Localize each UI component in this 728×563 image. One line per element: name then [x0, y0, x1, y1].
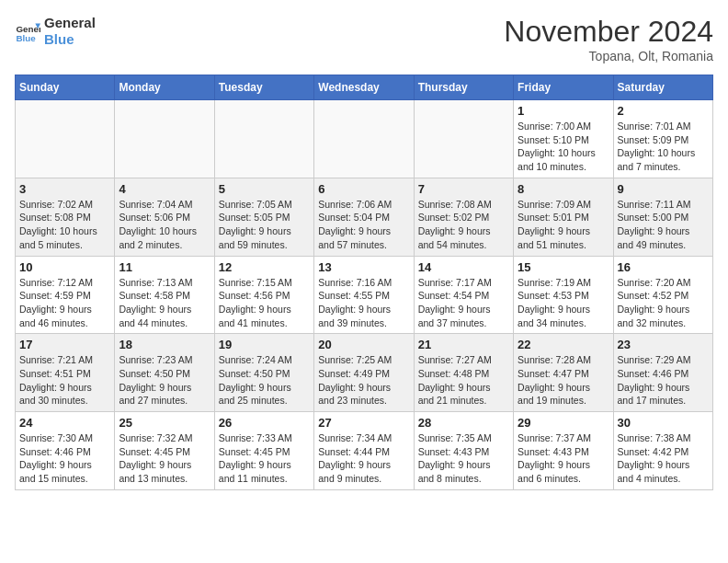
- logo-blue: Blue: [44, 31, 96, 48]
- column-header-wednesday: Wednesday: [314, 75, 414, 100]
- day-info: Sunrise: 7:05 AMSunset: 5:05 PMDaylight:…: [219, 198, 310, 252]
- header-row: SundayMondayTuesdayWednesdayThursdayFrid…: [16, 75, 713, 100]
- calendar-cell: 12Sunrise: 7:15 AMSunset: 4:56 PMDayligh…: [214, 256, 313, 334]
- svg-text:Blue: Blue: [16, 33, 36, 43]
- month-title: November 2024: [504, 15, 713, 49]
- day-info: Sunrise: 7:17 AMSunset: 4:54 PMDaylight:…: [418, 276, 509, 330]
- calendar-cell: 8Sunrise: 7:09 AMSunset: 5:01 PMDaylight…: [514, 178, 613, 256]
- day-info: Sunrise: 7:35 AMSunset: 4:43 PMDaylight:…: [418, 431, 509, 486]
- logo-icon: General Blue: [15, 18, 40, 44]
- day-number: 12: [219, 260, 310, 274]
- calendar-cell: 26Sunrise: 7:33 AMSunset: 4:45 PMDayligh…: [214, 412, 313, 490]
- day-number: 4: [119, 182, 210, 196]
- day-number: 9: [618, 182, 709, 196]
- calendar-cell: 14Sunrise: 7:17 AMSunset: 4:54 PMDayligh…: [414, 256, 513, 334]
- day-info: Sunrise: 7:33 AMSunset: 4:45 PMDaylight:…: [219, 431, 310, 486]
- logo-general: General: [44, 15, 96, 31]
- day-info: Sunrise: 7:23 AMSunset: 4:50 PMDaylight:…: [119, 353, 210, 408]
- column-header-friday: Friday: [514, 75, 613, 100]
- day-number: 11: [119, 260, 210, 274]
- day-number: 14: [418, 260, 509, 274]
- calendar-cell: 18Sunrise: 7:23 AMSunset: 4:50 PMDayligh…: [115, 334, 214, 412]
- calendar-cell: 6Sunrise: 7:06 AMSunset: 5:04 PMDaylight…: [314, 178, 414, 256]
- calendar-cell: 2Sunrise: 7:01 AMSunset: 5:09 PMDaylight…: [613, 100, 712, 178]
- calendar-cell: 1Sunrise: 7:00 AMSunset: 5:10 PMDaylight…: [514, 100, 613, 178]
- calendar-cell: 3Sunrise: 7:02 AMSunset: 5:08 PMDaylight…: [16, 178, 115, 256]
- day-number: 26: [219, 416, 310, 430]
- day-info: Sunrise: 7:37 AMSunset: 4:43 PMDaylight:…: [518, 431, 609, 486]
- calendar-cell: 11Sunrise: 7:13 AMSunset: 4:58 PMDayligh…: [115, 256, 214, 334]
- calendar-cell: 30Sunrise: 7:38 AMSunset: 4:42 PMDayligh…: [613, 412, 712, 490]
- column-header-tuesday: Tuesday: [214, 75, 313, 100]
- day-info: Sunrise: 7:15 AMSunset: 4:56 PMDaylight:…: [219, 276, 310, 330]
- calendar-cell: 24Sunrise: 7:30 AMSunset: 4:46 PMDayligh…: [16, 412, 115, 490]
- day-number: 21: [418, 338, 509, 351]
- calendar-cell: [16, 100, 115, 178]
- calendar-cell: 10Sunrise: 7:12 AMSunset: 4:59 PMDayligh…: [16, 256, 115, 334]
- column-header-sunday: Sunday: [16, 75, 115, 100]
- day-number: 17: [19, 338, 110, 351]
- day-number: 22: [518, 338, 609, 351]
- calendar-cell: 19Sunrise: 7:24 AMSunset: 4:50 PMDayligh…: [214, 334, 313, 412]
- week-row-4: 17Sunrise: 7:21 AMSunset: 4:51 PMDayligh…: [16, 334, 713, 412]
- day-number: 15: [518, 260, 609, 274]
- day-info: Sunrise: 7:16 AMSunset: 4:55 PMDaylight:…: [318, 276, 409, 330]
- day-number: 1: [518, 104, 609, 118]
- day-info: Sunrise: 7:11 AMSunset: 5:00 PMDaylight:…: [618, 198, 709, 252]
- week-row-1: 1Sunrise: 7:00 AMSunset: 5:10 PMDaylight…: [16, 100, 713, 178]
- day-number: 20: [318, 338, 409, 351]
- day-info: Sunrise: 7:28 AMSunset: 4:47 PMDaylight:…: [518, 353, 609, 408]
- day-info: Sunrise: 7:38 AMSunset: 4:42 PMDaylight:…: [618, 431, 709, 486]
- calendar-cell: 17Sunrise: 7:21 AMSunset: 4:51 PMDayligh…: [16, 334, 115, 412]
- location: Topana, Olt, Romania: [504, 49, 713, 63]
- day-number: 6: [318, 182, 409, 196]
- calendar-cell: 9Sunrise: 7:11 AMSunset: 5:00 PMDaylight…: [613, 178, 712, 256]
- day-info: Sunrise: 7:30 AMSunset: 4:46 PMDaylight:…: [19, 431, 110, 486]
- day-info: Sunrise: 7:04 AMSunset: 5:06 PMDaylight:…: [119, 198, 210, 252]
- day-number: 10: [19, 260, 110, 274]
- week-row-2: 3Sunrise: 7:02 AMSunset: 5:08 PMDaylight…: [16, 178, 713, 256]
- calendar-cell: 21Sunrise: 7:27 AMSunset: 4:48 PMDayligh…: [414, 334, 513, 412]
- day-info: Sunrise: 7:09 AMSunset: 5:01 PMDaylight:…: [518, 198, 609, 252]
- column-header-saturday: Saturday: [613, 75, 712, 100]
- calendar-cell: 25Sunrise: 7:32 AMSunset: 4:45 PMDayligh…: [115, 412, 214, 490]
- calendar-cell: 7Sunrise: 7:08 AMSunset: 5:02 PMDaylight…: [414, 178, 513, 256]
- day-number: 24: [19, 416, 110, 430]
- day-number: 23: [618, 338, 709, 351]
- column-header-monday: Monday: [115, 75, 214, 100]
- day-number: 5: [219, 182, 310, 196]
- day-info: Sunrise: 7:25 AMSunset: 4:49 PMDaylight:…: [318, 353, 409, 408]
- calendar-cell: 23Sunrise: 7:29 AMSunset: 4:46 PMDayligh…: [613, 334, 712, 412]
- logo: General Blue General Blue: [15, 15, 96, 48]
- day-info: Sunrise: 7:02 AMSunset: 5:08 PMDaylight:…: [19, 198, 110, 252]
- day-info: Sunrise: 7:12 AMSunset: 4:59 PMDaylight:…: [19, 276, 110, 330]
- day-number: 30: [618, 416, 709, 430]
- day-number: 3: [19, 182, 110, 196]
- day-info: Sunrise: 7:19 AMSunset: 4:53 PMDaylight:…: [518, 276, 609, 330]
- calendar-cell: [314, 100, 414, 178]
- calendar-cell: 28Sunrise: 7:35 AMSunset: 4:43 PMDayligh…: [414, 412, 513, 490]
- day-info: Sunrise: 7:00 AMSunset: 5:10 PMDaylight:…: [518, 120, 609, 174]
- calendar-cell: 22Sunrise: 7:28 AMSunset: 4:47 PMDayligh…: [514, 334, 613, 412]
- week-row-3: 10Sunrise: 7:12 AMSunset: 4:59 PMDayligh…: [16, 256, 713, 334]
- day-info: Sunrise: 7:06 AMSunset: 5:04 PMDaylight:…: [318, 198, 409, 252]
- title-area: November 2024 Topana, Olt, Romania: [504, 15, 713, 63]
- calendar-cell: 5Sunrise: 7:05 AMSunset: 5:05 PMDaylight…: [214, 178, 313, 256]
- calendar-table: SundayMondayTuesdayWednesdayThursdayFrid…: [15, 75, 713, 490]
- calendar-cell: 29Sunrise: 7:37 AMSunset: 4:43 PMDayligh…: [514, 412, 613, 490]
- column-header-thursday: Thursday: [414, 75, 513, 100]
- calendar-cell: [214, 100, 313, 178]
- day-number: 25: [119, 416, 210, 430]
- calendar-cell: 15Sunrise: 7:19 AMSunset: 4:53 PMDayligh…: [514, 256, 613, 334]
- calendar-cell: 27Sunrise: 7:34 AMSunset: 4:44 PMDayligh…: [314, 412, 414, 490]
- week-row-5: 24Sunrise: 7:30 AMSunset: 4:46 PMDayligh…: [16, 412, 713, 490]
- day-info: Sunrise: 7:21 AMSunset: 4:51 PMDaylight:…: [19, 353, 110, 408]
- calendar-cell: 20Sunrise: 7:25 AMSunset: 4:49 PMDayligh…: [314, 334, 414, 412]
- day-info: Sunrise: 7:29 AMSunset: 4:46 PMDaylight:…: [618, 353, 709, 408]
- day-number: 27: [318, 416, 409, 430]
- calendar-cell: [414, 100, 513, 178]
- day-number: 13: [318, 260, 409, 274]
- day-number: 29: [518, 416, 609, 430]
- day-info: Sunrise: 7:24 AMSunset: 4:50 PMDaylight:…: [219, 353, 310, 408]
- day-number: 19: [219, 338, 310, 351]
